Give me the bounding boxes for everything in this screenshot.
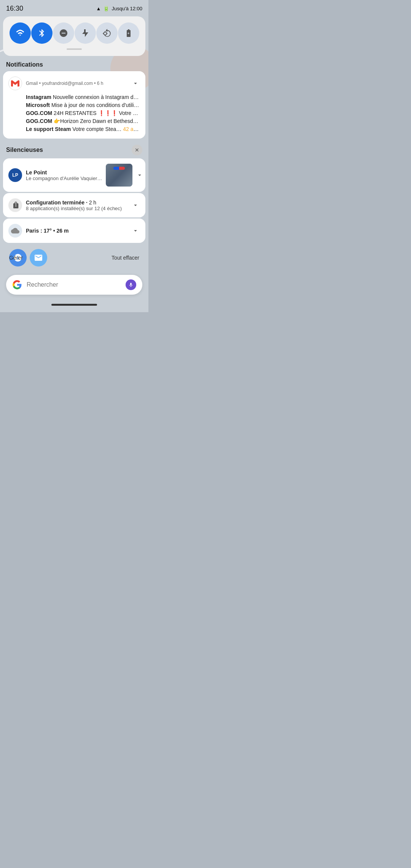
qs-battery-saver[interactable]	[118, 22, 139, 44]
wifi-status-icon: ▲	[96, 6, 101, 11]
qs-wifi[interactable]	[10, 22, 31, 44]
flashlight-toggle[interactable]	[75, 22, 96, 44]
config-text: Configuration terminée · 2 h 8 applicati…	[26, 199, 127, 211]
search-input[interactable]	[27, 281, 121, 288]
config-icon-svg	[11, 201, 19, 209]
gmail-line-4: GOG.COM 👉Horizon Zero Dawn et Bethesda r…	[26, 117, 140, 125]
gmail-icon-svg	[11, 79, 19, 88]
dnd-icon	[59, 29, 68, 38]
status-icons: ▲ 🔋 Jusqu'à 12:00	[96, 6, 142, 11]
silencieuses-close-btn[interactable]: ✕	[132, 145, 142, 155]
qs-dnd[interactable]	[53, 22, 74, 44]
wifi-toggle[interactable]	[10, 22, 31, 44]
battery-time: Jusqu'à 12:00	[112, 6, 142, 11]
gmail-expand-btn[interactable]	[131, 79, 140, 88]
search-text-input[interactable]	[27, 281, 121, 288]
gmail-content: Instagram Nouvelle connexion à Instagram…	[8, 93, 140, 133]
silencieuses-label: Silencieuses	[6, 147, 43, 153]
chevron-down-icon-4	[132, 227, 139, 234]
battery-saver-icon	[124, 29, 133, 38]
config-app-icon	[8, 198, 22, 212]
lepoint-text: Le Point Le compagnon d'Aurélie Vaquier…	[26, 169, 102, 181]
navigation-bar	[0, 301, 148, 310]
qs-flashlight[interactable]	[75, 22, 96, 44]
search-bar[interactable]	[6, 275, 142, 295]
lepoint-thumbnail	[106, 164, 132, 187]
qs-rotate[interactable]	[96, 22, 118, 44]
home-gesture-indicator	[51, 304, 97, 306]
gmail-line-3: GOG.COM 24H RESTANTES ❗❗❗ Votre pro…	[26, 109, 140, 117]
weather-notification-card[interactable]: Paris : 17° • 26 m	[3, 219, 145, 243]
clear-all-button[interactable]: Tout effacer	[112, 255, 139, 261]
gmail-line-1: Instagram Nouvelle connexion à Instagram…	[26, 93, 140, 101]
weather-expand-btn[interactable]	[131, 226, 140, 235]
weather-text: Paris : 17° • 26 m	[26, 228, 127, 234]
manage-button[interactable]: Gérer	[9, 255, 23, 261]
battery-status-icon: 🔋	[103, 6, 109, 11]
chevron-down-icon-3	[132, 202, 139, 209]
wifi-icon	[16, 29, 25, 38]
weather-app-icon	[8, 224, 22, 238]
rotate-icon	[102, 29, 112, 38]
chevron-down-icon	[132, 80, 139, 87]
config-notification-card[interactable]: Configuration terminée · 2 h 8 applicati…	[3, 193, 145, 217]
notification-bottom-bar: Gérer Tout effacer	[0, 244, 148, 271]
gmail-notification-card[interactable]: Gmail • youfrandroid@gmail.com • 6 h Ins…	[3, 71, 145, 139]
rotate-toggle[interactable]	[96, 22, 118, 44]
gmail-meta: Gmail • youfrandroid@gmail.com • 6 h	[26, 81, 103, 86]
lepoint-notification-card[interactable]: LP Le Point Le compagnon d'Aurélie Vaqui…	[3, 158, 145, 192]
lepoint-app-icon: LP	[8, 168, 22, 182]
qs-bluetooth[interactable]	[31, 22, 53, 44]
battery-saver-toggle[interactable]	[118, 22, 139, 44]
lepoint-expand-btn[interactable]	[136, 171, 143, 180]
silencieuses-section: Silencieuses ✕	[0, 139, 148, 158]
gmail-app-icon	[8, 77, 22, 90]
config-expand-btn[interactable]	[131, 201, 140, 210]
gmail-line-5: Le support Steam Votre compte Stea… 42 a…	[26, 125, 140, 133]
status-bar: 16:30 ▲ 🔋 Jusqu'à 12:00	[0, 0, 148, 15]
flashlight-icon	[81, 29, 90, 38]
voice-search-button[interactable]	[126, 279, 136, 290]
weather-icon-svg	[11, 227, 19, 235]
notifications-section-label: Notifications	[0, 56, 148, 71]
quick-settings-panel	[3, 16, 145, 56]
bluetooth-icon	[37, 29, 46, 38]
dnd-toggle[interactable]	[53, 22, 74, 44]
qs-drag-handle[interactable]	[67, 48, 82, 50]
status-time: 16:30	[6, 5, 23, 13]
google-logo	[12, 280, 22, 290]
gmail-line-2: Microsoft Mise à jour de nos conditions …	[26, 101, 140, 109]
mic-icon	[128, 282, 134, 287]
bluetooth-toggle[interactable]	[31, 22, 53, 44]
chevron-down-icon-2	[136, 172, 143, 179]
